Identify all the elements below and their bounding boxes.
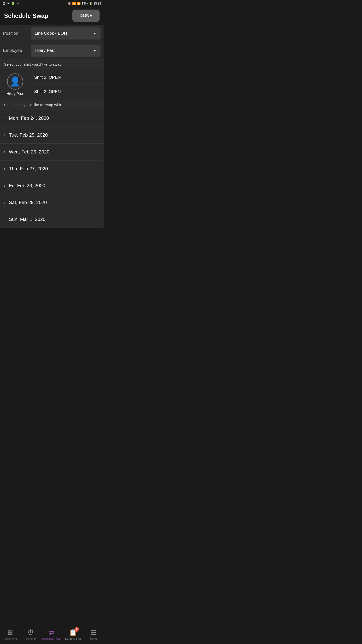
select-shift-header: Select your shift you'd like to swap bbox=[0, 59, 104, 69]
done-button[interactable]: DONE bbox=[72, 10, 100, 22]
date-label-4: Fri, Feb 28, 2020 bbox=[9, 183, 45, 188]
position-value: Line Cook - BOH bbox=[35, 31, 67, 36]
avatar: 👤 bbox=[7, 73, 23, 90]
employee-value: Hilary Paul bbox=[35, 48, 55, 53]
employee-shift-section: 👤 Hilary Paul Shift 1: OPEN Shift 2: OPE… bbox=[0, 69, 104, 100]
battery-percent: 13% bbox=[82, 2, 88, 5]
shift-2-label: Shift 2: OPEN bbox=[34, 89, 61, 94]
user-icon: 👤 bbox=[10, 76, 21, 87]
chevron-right-icon-0: › bbox=[4, 116, 5, 120]
clock: 15:33 bbox=[94, 2, 101, 5]
date-label-3: Thu, Feb 27, 2020 bbox=[9, 166, 48, 172]
shift-option-2[interactable]: Shift 2: OPEN bbox=[30, 85, 104, 99]
swap-with-header: Select shift you'd like to swap with bbox=[0, 100, 104, 110]
shift-options-list: Shift 1: OPEN Shift 2: OPEN bbox=[30, 69, 104, 100]
position-label: Position bbox=[3, 31, 31, 36]
page-title: Schedule Swap bbox=[4, 12, 48, 19]
battery-icon: 🔋 bbox=[89, 2, 93, 5]
employee-label: Employee bbox=[3, 48, 31, 53]
date-item-3[interactable]: › Thu, Feb 27, 2020 bbox=[0, 160, 104, 177]
status-icons-left: 🖼 ✉ 🔋 ··· bbox=[3, 2, 19, 5]
shift-option-1[interactable]: Shift 1: OPEN bbox=[30, 70, 104, 85]
date-item-4[interactable]: › Fri, Feb 28, 2020 bbox=[0, 177, 104, 194]
form-section: Position Line Cook - BOH ▼ Employee Hila… bbox=[0, 25, 104, 59]
date-item-6[interactable]: › Sun, Mar 1, 2020 bbox=[0, 211, 104, 228]
date-label-6: Sun, Mar 1, 2020 bbox=[9, 217, 46, 222]
mail-icon: ✉ bbox=[7, 2, 10, 5]
date-item-0[interactable]: › Mon, Feb 24, 2020 bbox=[0, 110, 104, 127]
wifi-icon: 📶 bbox=[72, 2, 76, 5]
more-icon: ··· bbox=[16, 2, 19, 5]
chevron-right-icon-6: › bbox=[4, 217, 5, 222]
chevron-right-icon-4: › bbox=[4, 183, 5, 188]
header: Schedule Swap DONE bbox=[0, 7, 104, 25]
employee-display-name: Hilary Paul bbox=[7, 92, 24, 96]
employee-select[interactable]: Hilary Paul ▼ bbox=[31, 45, 101, 57]
employee-avatar-section: 👤 Hilary Paul bbox=[0, 69, 30, 100]
date-label-5: Sat, Feb 29, 2020 bbox=[9, 200, 47, 205]
chevron-right-icon-5: › bbox=[4, 200, 5, 205]
signal-icon: 📶 bbox=[77, 2, 81, 5]
date-item-2[interactable]: › Wed, Feb 26, 2020 bbox=[0, 144, 104, 160]
employee-row: Employee Hilary Paul ▼ bbox=[3, 42, 101, 59]
position-select[interactable]: Line Cook - BOH ▼ bbox=[31, 27, 101, 39]
mute-icon: 🔇 bbox=[67, 2, 71, 5]
select-shift-prompt: Select your shift you'd like to swap bbox=[4, 62, 62, 66]
chevron-right-icon-2: › bbox=[4, 150, 5, 154]
status-icons-right: 🔇 📶 📶 13% 🔋 15:33 bbox=[67, 2, 101, 5]
status-bar: 🖼 ✉ 🔋 ··· 🔇 📶 📶 13% 🔋 15:33 bbox=[0, 0, 104, 7]
gallery-icon: 🖼 bbox=[3, 2, 6, 5]
swap-with-prompt: Select shift you'd like to swap with bbox=[4, 103, 61, 107]
date-list: › Mon, Feb 24, 2020 › Tue, Feb 25, 2020 … bbox=[0, 110, 104, 228]
date-item-5[interactable]: › Sat, Feb 29, 2020 bbox=[0, 194, 104, 211]
date-label-1: Tue, Feb 25, 2020 bbox=[9, 132, 48, 138]
chevron-right-icon-1: › bbox=[4, 133, 5, 137]
date-label-0: Mon, Feb 24, 2020 bbox=[9, 115, 49, 121]
shift-1-label: Shift 1: OPEN bbox=[34, 75, 61, 80]
date-label-2: Wed, Feb 26, 2020 bbox=[9, 149, 49, 155]
battery-alert-icon: 🔋 bbox=[11, 2, 15, 5]
employee-chevron-icon: ▼ bbox=[93, 49, 97, 53]
position-chevron-icon: ▼ bbox=[93, 31, 97, 35]
date-item-1[interactable]: › Tue, Feb 25, 2020 bbox=[0, 127, 104, 144]
position-row: Position Line Cook - BOH ▼ bbox=[3, 25, 101, 42]
chevron-right-icon-3: › bbox=[4, 167, 5, 171]
